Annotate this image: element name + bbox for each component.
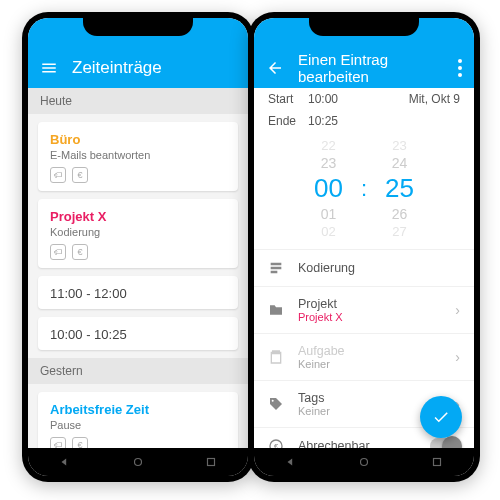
note-icon <box>268 260 284 276</box>
content-left: Heute Büro E-Mails beantworten 🏷 € Proje… <box>28 88 248 448</box>
picker-val: 26 <box>392 206 408 222</box>
svg-point-4 <box>458 73 462 77</box>
entry-desc: Kodierung <box>50 226 226 238</box>
chevron-right-icon: › <box>455 349 460 365</box>
section-yesterday: Gestern <box>28 358 248 384</box>
project-item[interactable]: Projekt Projekt X › <box>254 286 474 333</box>
nav-recent-icon[interactable] <box>430 455 444 469</box>
picker-val: 27 <box>392 224 406 239</box>
project-label: Projekt <box>298 297 441 311</box>
nav-home-icon[interactable] <box>357 455 371 469</box>
billable-toggle[interactable] <box>430 438 460 448</box>
hamburger-icon[interactable] <box>40 59 58 77</box>
time-card[interactable]: 10:00 - 10:25 <box>38 317 238 350</box>
entry-meta: 🏷 € <box>50 244 226 260</box>
check-icon <box>432 408 450 426</box>
notch <box>83 18 193 36</box>
screen-left: Zeiteinträge Heute Büro E-Mails beantwor… <box>28 18 248 476</box>
title-left: Zeiteinträge <box>72 58 162 78</box>
euro-icon: € <box>72 167 88 183</box>
android-navbar <box>254 448 474 476</box>
overflow-icon[interactable] <box>458 59 462 77</box>
description-item[interactable]: Kodierung <box>254 249 474 286</box>
minute-column[interactable]: 23 24 25 26 27 <box>385 138 414 239</box>
entry-card[interactable]: Büro E-Mails beantworten 🏷 € <box>38 122 238 191</box>
nav-recent-icon[interactable] <box>204 455 218 469</box>
tag-icon: 🏷 <box>50 244 66 260</box>
svg-rect-9 <box>434 459 441 466</box>
svg-point-8 <box>360 459 367 466</box>
svg-point-5 <box>272 400 274 402</box>
time-range: 11:00 - 12:00 <box>50 286 127 301</box>
time-picker[interactable]: 22 23 00 01 02 : 23 24 25 26 27 <box>254 132 474 249</box>
start-row[interactable]: Start 10:00 Mit, Okt 9 <box>254 88 474 110</box>
nav-back-icon[interactable] <box>284 455 298 469</box>
android-navbar <box>28 448 248 476</box>
picker-val: 24 <box>392 155 408 171</box>
picker-val: 23 <box>392 138 406 153</box>
svg-rect-1 <box>208 459 215 466</box>
start-value: 10:00 <box>308 92 338 106</box>
end-row[interactable]: Ende 10:25 <box>254 110 474 132</box>
tag-icon <box>268 396 284 412</box>
entry-name: Arbeitsfreie Zeit <box>50 402 226 417</box>
start-label: Start <box>268 92 308 106</box>
section-today: Heute <box>28 88 248 114</box>
entry-name: Büro <box>50 132 226 147</box>
entry-card[interactable]: Arbeitsfreie Zeit Pause 🏷 € <box>38 392 238 448</box>
svg-point-2 <box>458 59 462 63</box>
back-arrow-icon[interactable] <box>266 59 284 77</box>
picker-hour: 00 <box>314 173 343 204</box>
entry-meta: 🏷 € <box>50 437 226 448</box>
project-value: Projekt X <box>298 311 441 323</box>
entry-name: Projekt X <box>50 209 226 224</box>
picker-val: 02 <box>321 224 335 239</box>
picker-val: 23 <box>321 155 337 171</box>
euro-icon: € <box>72 437 88 448</box>
euro-icon: € <box>72 244 88 260</box>
euro-icon: € <box>268 438 284 448</box>
svg-point-3 <box>458 66 462 70</box>
date-value: Mit, Okt 9 <box>409 92 460 106</box>
entry-meta: 🏷 € <box>50 167 226 183</box>
picker-minute: 25 <box>385 173 414 204</box>
end-value: 10:25 <box>308 114 338 128</box>
title-right: Einen Eintrag bearbeiten <box>298 51 430 85</box>
picker-val: 01 <box>321 206 337 222</box>
confirm-fab[interactable] <box>420 396 462 438</box>
phone-right: Einen Eintrag bearbeiten Start 10:00 Mit… <box>248 12 480 482</box>
tag-icon: 🏷 <box>50 437 66 448</box>
task-item[interactable]: Aufgabe Keiner › <box>254 333 474 380</box>
nav-home-icon[interactable] <box>131 455 145 469</box>
tag-icon: 🏷 <box>50 167 66 183</box>
tags-label: Tags <box>298 391 441 405</box>
picker-colon: : <box>361 176 367 202</box>
phone-left: Zeiteinträge Heute Büro E-Mails beantwor… <box>22 12 254 482</box>
desc-text: Kodierung <box>298 261 460 275</box>
clipboard-icon <box>268 349 284 365</box>
task-label: Aufgabe <box>298 344 441 358</box>
content-right: Start 10:00 Mit, Okt 9 Ende 10:25 22 23 … <box>254 88 474 448</box>
task-value: Keiner <box>298 358 441 370</box>
notch <box>309 18 419 36</box>
time-card[interactable]: 11:00 - 12:00 <box>38 276 238 309</box>
folder-icon <box>268 302 284 318</box>
billable-label: Abrechenbar <box>298 439 416 448</box>
entry-desc: Pause <box>50 419 226 431</box>
entry-desc: E-Mails beantworten <box>50 149 226 161</box>
time-range: 10:00 - 10:25 <box>50 327 127 342</box>
entry-card[interactable]: Projekt X Kodierung 🏷 € <box>38 199 238 268</box>
screen-right: Einen Eintrag bearbeiten Start 10:00 Mit… <box>254 18 474 476</box>
chevron-right-icon: › <box>455 302 460 318</box>
picker-val: 22 <box>321 138 335 153</box>
end-label: Ende <box>268 114 308 128</box>
hour-column[interactable]: 22 23 00 01 02 <box>314 138 343 239</box>
svg-point-0 <box>134 459 141 466</box>
nav-back-icon[interactable] <box>58 455 72 469</box>
